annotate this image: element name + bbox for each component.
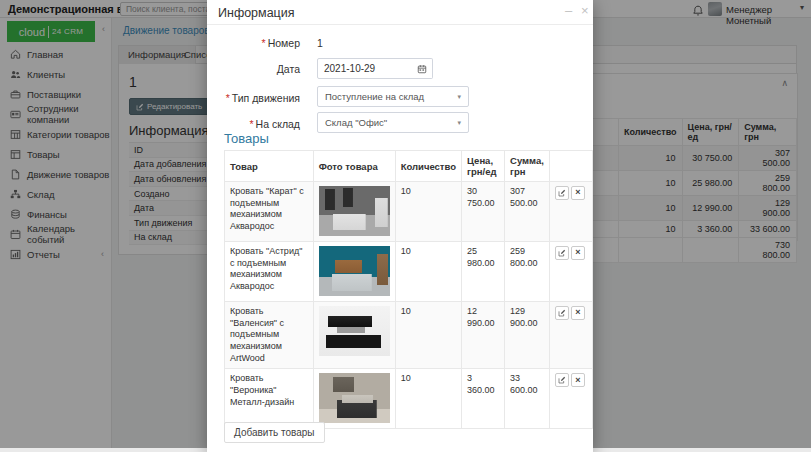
product-row: Кровать "Валенсия" с подъемным механизмо… [225, 302, 593, 369]
col-header-price: Цена, грн/ед [462, 151, 505, 182]
col-header-name: Товар [225, 151, 314, 182]
modal-header: Информация – × [207, 0, 593, 25]
edit-icon [558, 376, 566, 384]
information-modal: Информация – × *Номер 1 Дата *Тип движен… [207, 0, 593, 452]
calendar-icon [417, 64, 427, 74]
modal-products-table: Товар Фото товара Количество Цена, грн/е… [224, 150, 593, 429]
required-mark: * [250, 118, 254, 130]
close-icon[interactable]: × [581, 3, 589, 18]
edit-row-button[interactable] [555, 306, 569, 320]
product-row: Кровать "Вероника" Металл-дизайн 10 3 36… [225, 369, 593, 429]
warehouse-select[interactable]: Склад "Офис" ▾ [317, 112, 469, 133]
col-header-photo: Фото товара [313, 151, 395, 182]
products-section-title: Товары [224, 131, 269, 146]
edit-icon [558, 249, 566, 257]
chevron-down-icon: ▾ [457, 119, 461, 127]
add-products-button[interactable]: Добавить товары [224, 422, 325, 443]
product-photo [319, 306, 390, 356]
product-photo [319, 373, 390, 423]
col-header-qty: Количество [395, 151, 461, 182]
modal-title: Информация [218, 6, 295, 20]
edit-row-button[interactable] [555, 186, 569, 200]
app-screen: Демонстрационная версия Менеджер Монетны… [0, 0, 811, 452]
product-name: Кровать "Валенсия" с подъемным механизмо… [225, 302, 314, 369]
col-header-sum: Сумма, грн [505, 151, 550, 182]
edit-icon [558, 189, 566, 197]
chevron-down-icon: ▾ [457, 93, 461, 101]
calendar-addon-button[interactable] [412, 58, 433, 79]
movement-type-label: *Тип движения [207, 92, 300, 104]
warehouse-label: *На склад [207, 118, 300, 130]
edit-icon [558, 309, 566, 317]
required-mark: * [262, 37, 266, 49]
required-mark: * [226, 92, 230, 104]
product-row: Кровать "Карат" с подъемным механизмом А… [225, 182, 593, 242]
edit-row-button[interactable] [555, 373, 569, 387]
edit-row-button[interactable] [555, 246, 569, 260]
number-label: *Номер [207, 37, 300, 49]
date-label: Дата [207, 63, 300, 75]
movement-type-select[interactable]: Поступление на склад ▾ [317, 86, 469, 107]
number-value: 1 [317, 37, 323, 49]
product-name: Кровать "Карат" с подъемным механизмом А… [225, 182, 314, 242]
product-row: Кровать "Астрид" с подъемным механизмом … [225, 242, 593, 302]
delete-row-button[interactable]: × [571, 373, 585, 387]
date-input[interactable] [317, 58, 413, 79]
product-name: Кровать "Астрид" с подъемным механизмом … [225, 242, 314, 302]
product-photo [319, 186, 390, 236]
product-photo [319, 246, 390, 296]
minimize-icon[interactable]: – [565, 3, 572, 18]
product-name: Кровать "Вероника" Металл-дизайн [225, 369, 314, 429]
delete-row-button[interactable]: × [571, 246, 585, 260]
delete-row-button[interactable]: × [571, 186, 585, 200]
delete-row-button[interactable]: × [571, 306, 585, 320]
